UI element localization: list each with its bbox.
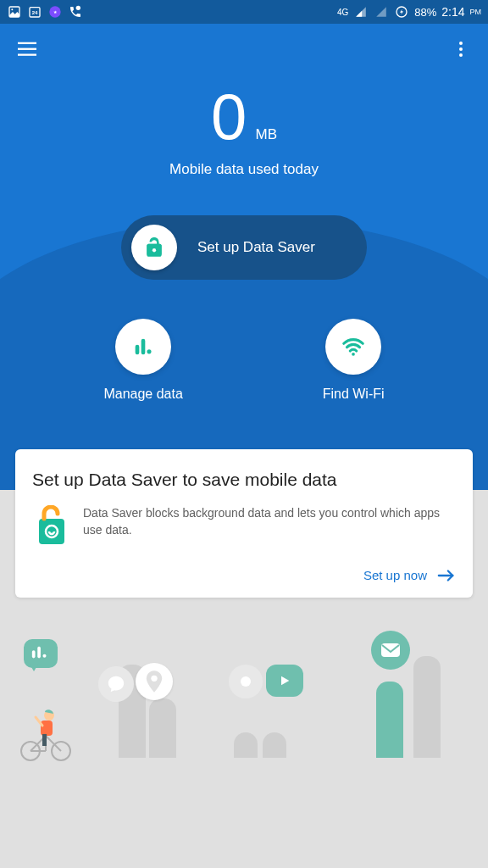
- status-left: 24 ★: [7, 4, 83, 19]
- svg-point-19: [352, 353, 355, 356]
- svg-rect-28: [381, 643, 400, 657]
- wifi-icon: [325, 319, 381, 375]
- svg-point-25: [42, 654, 46, 658]
- svg-rect-10: [18, 54, 36, 56]
- svg-rect-9: [18, 48, 36, 50]
- svg-rect-8: [18, 42, 36, 44]
- data-saver-card: Set up Data Saver to save mobile data Da…: [15, 449, 473, 598]
- calendar-icon: 24: [27, 4, 42, 19]
- topbar: [0, 24, 488, 75]
- svg-line-37: [36, 717, 42, 726]
- svg-rect-23: [32, 650, 36, 658]
- svg-point-11: [459, 42, 463, 45]
- quick-actions: Manage data Find Wi-Fi: [0, 319, 488, 402]
- svg-point-1: [11, 8, 13, 10]
- svg-point-26: [151, 676, 157, 682]
- setup-now-button[interactable]: Set up now: [32, 568, 456, 582]
- overflow-menu-button[interactable]: [447, 36, 474, 63]
- data-usage-hero: 0 MB Mobile data used today: [0, 75, 488, 178]
- setup-data-saver-label: Set up Data Saver: [197, 239, 315, 256]
- find-wifi-label: Find Wi-Fi: [323, 387, 385, 402]
- signal-empty-icon: [374, 4, 389, 19]
- setup-now-label: Set up now: [363, 568, 427, 582]
- lock-open-icon: [131, 225, 177, 270]
- svg-point-27: [241, 676, 251, 687]
- svg-rect-17: [141, 339, 146, 355]
- svg-text:24: 24: [32, 10, 38, 15]
- battery-percent: 88%: [414, 6, 436, 19]
- battery-saver-icon: [394, 4, 409, 19]
- hamburger-icon: [18, 42, 36, 57]
- image-icon: [7, 4, 22, 19]
- find-wifi-button[interactable]: Find Wi-Fi: [323, 319, 385, 402]
- card-title: Set up Data Saver to save mobile data: [32, 470, 456, 490]
- status-bar: 24 ★ 4G 88% 2:14 PM: [0, 0, 488, 24]
- svg-rect-35: [41, 721, 53, 736]
- data-saver-card-icon: [32, 505, 69, 548]
- clock-ampm: PM: [470, 8, 482, 16]
- menu-button[interactable]: [14, 36, 41, 63]
- svg-rect-20: [39, 519, 64, 544]
- setup-data-saver-button[interactable]: Set up Data Saver: [121, 215, 367, 280]
- signal-icon: [353, 4, 369, 19]
- bar-chart-icon: [115, 319, 171, 375]
- arrow-right-icon: [437, 569, 456, 582]
- manage-data-label: Manage data: [103, 387, 182, 402]
- svg-rect-24: [37, 647, 41, 659]
- usage-subtitle: Mobile data used today: [0, 161, 488, 178]
- usage-value: 0: [211, 85, 247, 149]
- usage-unit: MB: [256, 126, 278, 143]
- decorative-illustration: [0, 631, 488, 758]
- svg-rect-16: [136, 345, 140, 355]
- svg-line-32: [46, 736, 61, 751]
- status-right: 4G 88% 2:14 PM: [337, 4, 481, 19]
- svg-point-12: [459, 47, 463, 51]
- app-header-area: 0 MB Mobile data used today Set up Data …: [0, 24, 488, 439]
- svg-point-18: [147, 349, 152, 353]
- app-badge-icon: ★: [47, 4, 63, 19]
- svg-point-6: [76, 6, 80, 10]
- clock-time: 2:14: [441, 5, 464, 19]
- more-vert-icon: [459, 42, 463, 57]
- svg-rect-38: [42, 734, 47, 746]
- phone-missed-icon: [68, 4, 83, 19]
- svg-point-13: [459, 53, 463, 57]
- card-body-text: Data Saver blocks background data and le…: [83, 505, 456, 538]
- manage-data-button[interactable]: Manage data: [103, 319, 182, 402]
- network-label: 4G: [337, 8, 348, 17]
- svg-point-15: [152, 248, 156, 252]
